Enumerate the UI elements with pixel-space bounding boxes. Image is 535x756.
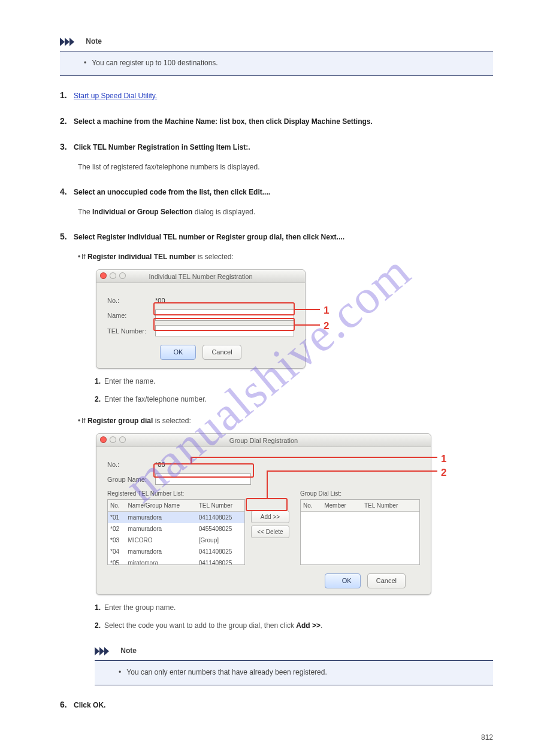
startup-speed-dial-link[interactable]: Start up Speed Dial Utility. — [74, 92, 157, 100]
substep-2-2: 2.Select the code you want to add to the… — [95, 620, 493, 631]
table-row[interactable]: *05miratomora0411408025 — [108, 557, 244, 565]
callout2-line-2 — [268, 470, 437, 472]
step-5-num: 5. — [60, 232, 67, 241]
callout2-line-2v — [267, 470, 268, 498]
note-1-text: You can register up to 100 destinations. — [92, 59, 217, 67]
callout2-line-1v — [191, 457, 192, 464]
step-1: 1. Start up Speed Dial Utility. — [60, 89, 493, 102]
callout2-label-1: 1 — [441, 451, 446, 467]
step-2-num: 2. — [60, 116, 67, 126]
dialog1-no-value: *00 — [155, 296, 165, 306]
step-4-num: 4. — [60, 187, 67, 196]
step-6: 6. Click OK. — [60, 699, 493, 711]
dialog2-cancel-button[interactable]: Cancel — [367, 573, 406, 588]
step-3-num: 3. — [60, 142, 67, 151]
name-field[interactable] — [155, 309, 294, 321]
step-4-text: Select an unoccupied code from the list,… — [74, 188, 270, 196]
zoom-icon[interactable] — [119, 272, 126, 279]
minimize-icon[interactable] — [110, 436, 116, 443]
dialog1-no-label: No.: — [107, 296, 155, 306]
table-row[interactable]: *02mamuradora0455408025 — [108, 523, 244, 535]
bullet-individual: • If Register individual TEL number is s… — [78, 251, 493, 262]
svg-marker-2 — [69, 38, 74, 46]
note-2-text: You can only enter numbers that have alr… — [126, 668, 327, 676]
bullet-group: • If Register group dial is selected: — [78, 415, 493, 426]
step-6-num: 6. — [60, 700, 67, 709]
substep-1-1: 1.Enter the name. — [95, 376, 493, 387]
svg-marker-4 — [99, 647, 104, 655]
step-1-num: 1. — [60, 90, 67, 100]
tel-number-field[interactable] — [155, 325, 294, 336]
dialog1-titlebar: Individual TEL Number Registration — [96, 270, 305, 283]
table-row[interactable]: *03MICORO[Group] — [108, 535, 244, 546]
step-3-body: The list of registered fax/telephone num… — [78, 162, 493, 172]
table-row[interactable]: *04mamuradora0411408025 — [108, 546, 244, 557]
step-2-text: Select a machine from the Machine Name: … — [74, 117, 373, 126]
col-no: No. — [108, 500, 125, 512]
callout2-label-2: 2 — [441, 465, 446, 481]
svg-marker-1 — [65, 38, 69, 46]
col-tel-2: TEL Number — [362, 500, 419, 512]
step-4: 4. Select an unoccupied code from the li… — [60, 186, 493, 198]
individual-dialog-wrap: Individual TEL Number Registration No.: … — [96, 269, 347, 369]
step-3: 3. Click TEL Number Registration in Sett… — [60, 141, 493, 153]
step-4-body: The Individual or Group Selection dialog… — [78, 207, 493, 217]
dialog2-ok-button[interactable]: OK — [325, 573, 361, 588]
col-no-2: No. — [301, 500, 322, 512]
dialog2-groupname-label: Group Name: — [107, 475, 155, 485]
close-icon[interactable] — [100, 436, 107, 443]
col-namegroup: Name/Group Name — [125, 500, 196, 512]
svg-marker-3 — [95, 647, 99, 655]
minimize-icon[interactable] — [110, 272, 116, 279]
callout-label-2: 2 — [324, 318, 329, 334]
chevron-triple-icon — [95, 646, 115, 657]
note-label-2: Note — [120, 646, 137, 655]
substep-1-2: 2.Enter the fax/telephone number. — [95, 394, 493, 405]
table-row[interactable]: *01mamuradora0411408025 — [108, 512, 244, 524]
zoom-icon[interactable] — [119, 436, 126, 443]
col-member: Member — [322, 500, 362, 512]
callout2-line-1 — [192, 457, 437, 458]
chevron-triple-icon — [60, 37, 80, 47]
delete-button[interactable]: << Delete — [251, 526, 289, 538]
dialog2-no-label: No.: — [107, 460, 155, 470]
callout-line-1 — [295, 309, 320, 310]
group-dial-list[interactable]: No. Member TEL Number — [300, 499, 420, 565]
dialog1-cancel-button[interactable]: Cancel — [202, 345, 241, 360]
dialog1-name-label: Name: — [107, 311, 155, 321]
group-dialog-wrap: Group Dial Registration No.: *00 Group N… — [96, 433, 479, 595]
svg-marker-5 — [104, 647, 109, 655]
col-tel: TEL Number — [197, 500, 244, 512]
dialog2-titlebar: Group Dial Registration — [96, 434, 431, 447]
dialog1-title: Individual TEL Number Registration — [149, 273, 252, 280]
note-block-1: • You can register up to 100 destination… — [60, 51, 493, 76]
individual-tel-dialog: Individual TEL Number Registration No.: … — [96, 269, 306, 369]
dialog1-tel-label: TEL Number: — [107, 326, 155, 336]
callout-label-1: 1 — [324, 303, 329, 318]
group-name-field[interactable] — [155, 473, 251, 485]
dialog2-no-value: *00 — [155, 460, 165, 470]
add-button[interactable]: Add >> — [251, 511, 289, 523]
note-icon-row: Note — [60, 36, 493, 47]
registered-tel-list-label: Registered TEL Number List: — [107, 489, 245, 498]
substep-2-1: 1.Enter the group name. — [95, 602, 493, 613]
dialog1-ok-button[interactable]: OK — [160, 345, 196, 360]
step-5: 5. Select Register individual TEL number… — [60, 230, 493, 243]
close-icon[interactable] — [100, 272, 107, 279]
registered-tel-list[interactable]: No. Name/Group Name TEL Number *01mamura… — [107, 499, 245, 565]
svg-marker-0 — [60, 38, 65, 46]
dialog2-title: Group Dial Registration — [229, 437, 298, 444]
group-dial-list-label: Group Dial List: — [300, 489, 420, 498]
note-icon-row-2: Note — [95, 645, 493, 657]
page-number: 812 — [481, 732, 493, 743]
step-3-text: Click TEL Number Registration in Setting… — [74, 143, 250, 151]
step-2: 2. Select a machine from the Machine Nam… — [60, 115, 493, 127]
step-5-text: Select Register individual TEL number or… — [74, 233, 344, 241]
note-label: Note — [86, 37, 102, 45]
callout-line-2 — [295, 324, 320, 326]
note-block-2: • You can only enter numbers that have a… — [95, 660, 493, 685]
step-6-text: Click OK. — [74, 701, 105, 709]
